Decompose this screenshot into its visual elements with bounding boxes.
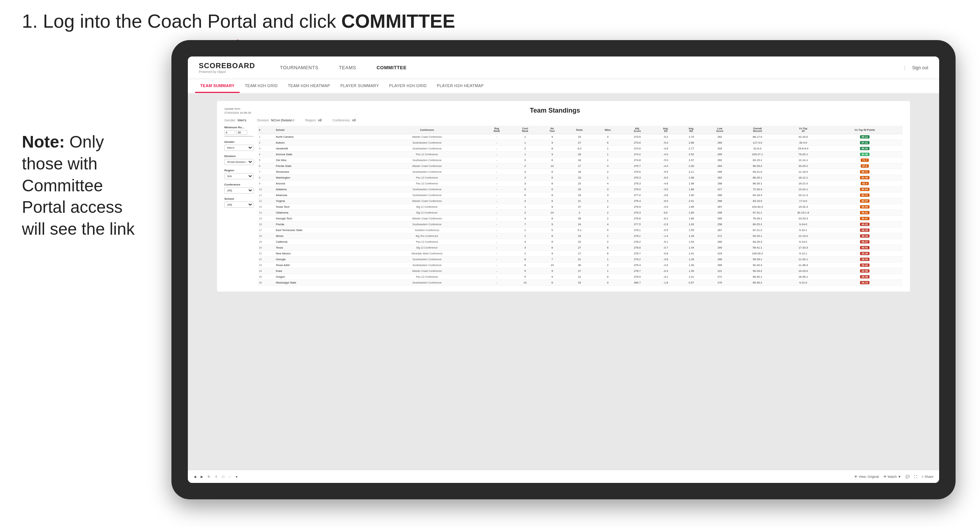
cell-rank: 17 <box>258 227 275 233</box>
step-text-bold: COMMITTEE <box>341 11 455 32</box>
toolbar-forward[interactable]: ▶ <box>200 475 203 479</box>
cell-rnds: 17 <box>565 163 594 169</box>
division-group: Division NCAA Division I <box>224 154 253 165</box>
standings-table: # School Conference RegRank ConfRank NoT… <box>258 126 903 286</box>
cell-conf: Southern Conference <box>371 227 482 233</box>
cell-adj-score: 276.0 <box>622 187 653 192</box>
cell-badge: 38.54 <box>827 257 903 262</box>
nav-teams[interactable]: TEAMS <box>336 63 359 72</box>
max-rounds-input[interactable] <box>236 130 247 135</box>
cell-low-score: 265 <box>704 169 736 175</box>
cell-avg-sg: -0.7 <box>653 245 678 251</box>
school-select[interactable]: (All) <box>224 202 253 208</box>
table-row: 18 Illinois Big Ten Conference - 1 8 23 … <box>258 233 903 239</box>
toolbar-reload[interactable]: ↻ <box>207 475 210 479</box>
nav-committee[interactable]: COMMITTEE <box>374 63 410 72</box>
cell-badge: 46.02 <box>827 222 903 227</box>
sub-nav-player-h2h-heatmap[interactable]: PLAYER H2H HEATMAP <box>432 79 489 93</box>
toolbar-share[interactable]: < Share <box>922 475 933 479</box>
cell-conf-rank: 3 <box>511 181 539 187</box>
cell-vs-top25: 29-8-6-0 <box>780 146 827 152</box>
cell-conf-rank: 1 <box>511 134 539 140</box>
sidebar-division-label: Division <box>224 154 253 158</box>
nav-tournaments[interactable]: TOURNAMENTS <box>277 63 321 72</box>
cell-vs-top25: 30-15-1-6 <box>780 210 827 216</box>
cell-vs-top25: 18-39-1 <box>780 274 827 280</box>
toolbar-more[interactable]: ··· <box>228 475 231 479</box>
toolbar-bookmark[interactable]: □ <box>222 475 224 479</box>
sub-nav-team-summary[interactable]: TEAM SUMMARY <box>195 79 240 93</box>
cell-no-tour: 24 <box>539 210 565 216</box>
bottom-toolbar: ◀ ▶ ↻ ⇧ □ ··· ● 👁 View: Original 👁 Watch… <box>188 470 939 483</box>
cell-reg-rank: - <box>482 268 511 274</box>
cell-rnds: 23 <box>565 233 594 239</box>
cell-conf-rank: 1 <box>511 227 539 233</box>
division-select[interactable]: NCAA Division I <box>224 159 253 165</box>
cell-school: Ole Miss <box>275 157 371 163</box>
toolbar-comment[interactable]: 💬 <box>905 475 910 479</box>
cell-overall: 90-33-2 <box>735 268 780 274</box>
table-row: 11 Arkansas Southeastern Conference - 6 … <box>258 192 903 198</box>
cell-rnds: 27 <box>565 140 594 146</box>
cell-conf: Southeastern Conference <box>371 280 482 286</box>
cell-reg-rank: - <box>482 210 511 216</box>
cell-badge: 68.71 <box>827 169 903 175</box>
table-row: 2 Auburn Southeastern Conference - 1 9 2… <box>258 140 903 146</box>
cell-wins: 4 <box>594 134 622 140</box>
note-container: Note: Only those with Committee Portal a… <box>22 131 146 240</box>
sub-nav-player-summary[interactable]: PLAYER SUMMARY <box>335 79 384 93</box>
region-select[interactable]: N/A <box>224 173 253 179</box>
toolbar-back[interactable]: ◀ <box>194 475 196 479</box>
cell-overall: 88-17-0 <box>735 134 780 140</box>
toolbar-fullscreen[interactable]: ⛶ <box>914 475 917 479</box>
cell-badge: 56.21 <box>827 210 903 216</box>
toolbar-share-left[interactable]: ⇧ <box>215 475 218 479</box>
cell-vs-top25: 10-23-0 <box>780 268 827 274</box>
cell-conf-rank: 4 <box>511 198 539 204</box>
sub-nav-team-h2h-heatmap[interactable]: TEAM H2H HEATMAP <box>283 79 335 93</box>
min-rounds-label: Minimum Ro... <box>224 126 253 129</box>
cell-vs-top25: 11-38-3 <box>780 262 827 268</box>
sub-nav-player-h2h-grid[interactable]: PLAYER H2H GRID <box>384 79 432 93</box>
toolbar-time[interactable]: ● <box>235 475 237 479</box>
gender-select[interactable]: Men's Women's <box>224 145 253 151</box>
sidebar-conference-label: Conference <box>224 183 253 186</box>
cell-reg-rank: - <box>482 262 511 268</box>
toolbar-view[interactable]: 👁 View: Original <box>854 475 878 479</box>
cell-low-score: 268 <box>704 192 736 198</box>
cell-rnds: 27 <box>565 268 594 274</box>
cell-avg-rd: 2.11 <box>678 169 704 175</box>
table-row: 20 Texas Big 12 Conference - 3 8 27 6 27… <box>258 245 903 251</box>
cell-conf: Southeastern Conference <box>371 140 482 146</box>
cell-avg-rd: 1.85 <box>678 204 704 210</box>
cell-school: Texas A&M <box>275 262 371 268</box>
cell-avg-rd: 1.85 <box>678 216 704 222</box>
cell-low-score: 217 <box>704 187 736 192</box>
sub-nav-team-h2h-grid[interactable]: TEAM H2H GRID <box>240 79 283 93</box>
cell-no-tour: 10 <box>539 262 565 268</box>
cell-badge: 80.98 <box>827 152 903 157</box>
cell-low-score: 221 <box>704 268 736 274</box>
panel-header: Update time: 27/03/2024 16:56:26 Team St… <box>224 107 903 115</box>
cell-badge: 38.42 <box>827 262 903 268</box>
tablet-screen: SCOREBOARD Powered by clippd TOURNAMENTS… <box>188 57 939 483</box>
cell-avg-sg: -3.1 <box>653 274 678 280</box>
cell-school: East Tennessee State <box>275 227 371 233</box>
cell-conf-rank: 1 <box>511 140 539 146</box>
toolbar-watch[interactable]: 👁 Watch ▼ <box>883 475 901 479</box>
conference-select[interactable]: (All) <box>224 187 253 194</box>
cell-vs-top25: 17-33-3 <box>780 245 827 251</box>
sign-out-button[interactable]: Sign out <box>905 65 928 70</box>
sidebar-region-label: Region <box>224 169 253 172</box>
cell-vs-top25: 23-11-3 <box>780 192 827 198</box>
cell-rnds: 5.1 <box>565 227 594 233</box>
cell-conf: Pac-12 Conference <box>371 181 482 187</box>
cell-rank: 22 <box>258 257 275 262</box>
cell-rnds: 30 <box>565 262 594 268</box>
min-rounds-input[interactable] <box>224 130 235 135</box>
cell-no-tour: 9 <box>539 268 565 274</box>
cell-no-tour: 8 <box>539 216 565 222</box>
cell-wins: 2 <box>594 210 622 216</box>
cell-conf: Big 12 Conference <box>371 245 482 251</box>
rounds-slider[interactable] <box>224 136 253 137</box>
